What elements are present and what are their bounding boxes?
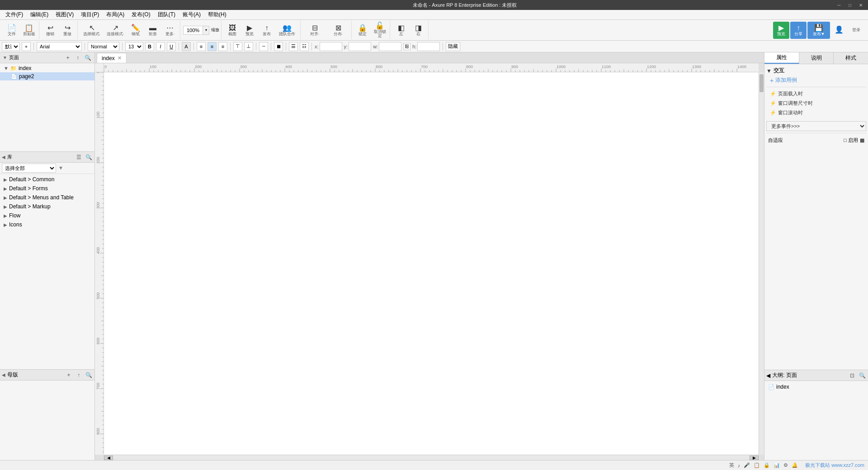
toolbar-preview-right-btn[interactable]: ▶ 预览	[773, 22, 789, 39]
menu-help[interactable]: 帮助(H)	[204, 10, 230, 19]
pages-panel-header[interactable]: ▼ 页面 + ↑ 🔍	[0, 52, 94, 63]
status-icon-bell[interactable]: 🔔	[792, 462, 798, 468]
page-selector[interactable]: 默认	[2, 42, 20, 51]
outline-search-btn[interactable]: 🔍	[858, 371, 866, 380]
valign-top-btn[interactable]: ⊤	[233, 42, 242, 51]
scroll-right-btn[interactable]: ▶	[750, 456, 759, 460]
library-item-2[interactable]: ▶ Default > Menus and Table	[0, 193, 94, 202]
valign-mid-btn[interactable]: ⊥	[244, 42, 253, 51]
toolbar-login-btn[interactable]: 登录	[848, 22, 864, 39]
toolbar-new-btn[interactable]: 📄 文件	[4, 22, 20, 39]
toolbar-clipboard-btn[interactable]: 📋 剪贴板	[21, 22, 37, 39]
toolbar-redo-btn[interactable]: ↪ 重做	[59, 22, 75, 39]
status-icon-en[interactable]: 英	[729, 462, 734, 469]
x-input[interactable]	[320, 42, 342, 51]
library-item-3[interactable]: ▶ Default > Markup	[0, 202, 94, 211]
interaction-item-1[interactable]: ⚡ 窗口调整尺寸时	[766, 99, 866, 108]
horizontal-scrollbar[interactable]: ◀ ▶	[104, 455, 759, 460]
add-interaction-btn[interactable]: + 添加用例	[766, 75, 866, 85]
toolbar-publish-right-btn[interactable]: 💾 发布▼	[807, 22, 830, 39]
page-add-btn[interactable]: +	[22, 42, 31, 51]
more-events-select[interactable]: 更多事件>>>	[766, 121, 866, 131]
toolbar-pen-btn[interactable]: ✏️ 钢笔	[127, 22, 144, 39]
link-proportions-btn[interactable]: ⛓	[403, 43, 410, 50]
masters-search-btn[interactable]: 🔍	[85, 371, 93, 379]
pages-search-btn[interactable]: 🔍	[84, 54, 92, 62]
menu-edit[interactable]: 编辑(E)	[27, 10, 52, 19]
status-icon-gear[interactable]: ⚙	[783, 462, 788, 468]
tab-close-btn[interactable]: ✕	[118, 55, 122, 61]
toolbar-shapes-btn[interactable]: ▬ 矩形	[145, 22, 161, 39]
status-icon-mic[interactable]: 🎤	[744, 462, 750, 468]
interaction-item-2[interactable]: ⚡ 窗口滚动时	[766, 108, 866, 118]
tab-index[interactable]: index ✕	[97, 53, 127, 63]
toolbar-distribute-btn[interactable]: ⊠ 分布·	[327, 22, 349, 39]
menu-file[interactable]: 文件(F)	[2, 10, 27, 19]
status-icon-lock[interactable]: 🔒	[764, 462, 770, 468]
canvas-white[interactable]	[104, 72, 759, 455]
toolbar-more-btn[interactable]: ⋯ 更多·	[162, 22, 178, 39]
numbering-btn[interactable]: ☷	[300, 42, 309, 51]
toolbar-user-icon-btn[interactable]: 👤	[831, 22, 847, 39]
page-item-index[interactable]: ▼ 📁 index	[0, 64, 94, 72]
pages-move-up-btn[interactable]: ↑	[74, 54, 82, 62]
library-item-0[interactable]: ▶ Default > Common	[0, 175, 94, 184]
font-size-select[interactable]: 13	[125, 42, 143, 51]
toolbar-right-panel-btn[interactable]: ◨ 右	[410, 22, 426, 39]
font-color-btn[interactable]: A	[182, 42, 191, 51]
toolbar-screenshot-btn[interactable]: 🖼 截图	[224, 22, 241, 39]
library-search-btn[interactable]: 🔍	[85, 153, 93, 161]
toolbar-align-btn[interactable]: ⊟ 对齐·	[303, 22, 326, 39]
status-icon-chart[interactable]: 📊	[774, 462, 780, 468]
toolbar-share-btn[interactable]: ↑ 发布	[259, 22, 275, 39]
canvas-container[interactable]: ◀ ▶	[95, 63, 764, 460]
zoom-input[interactable]	[183, 26, 203, 35]
underline-btn[interactable]: U	[167, 42, 176, 51]
menu-project[interactable]: 项目(P)	[77, 10, 103, 19]
outline-item-index[interactable]: 📄 index	[768, 383, 864, 391]
line-style-btn[interactable]: ╌	[259, 42, 268, 51]
interaction-item-0[interactable]: ⚡ 页面载入时	[766, 89, 866, 99]
adapt-icon[interactable]: ▦	[860, 137, 864, 143]
bullets-btn[interactable]: ☰	[289, 42, 298, 51]
menu-account[interactable]: 账号(A)	[179, 10, 204, 19]
toolbar-lock-btn[interactable]: 🔒 锁定	[354, 22, 371, 39]
toolbar-preview-btn[interactable]: ▶ 预览	[241, 22, 258, 39]
library-item-4[interactable]: ▶ Flow	[0, 211, 94, 220]
font-style-select[interactable]: Normal	[88, 42, 119, 51]
font-family-select[interactable]: Arial	[37, 42, 82, 51]
masters-move-btn[interactable]: ↑	[75, 371, 83, 379]
library-item-5[interactable]: ▶ Icons	[0, 220, 94, 229]
pages-add-btn[interactable]: +	[64, 54, 72, 62]
h-input[interactable]	[417, 42, 440, 51]
tab-style[interactable]: 样式	[834, 52, 868, 64]
toolbar-unlock-btn[interactable]: 🔓 取消锁定	[372, 22, 388, 39]
status-icon-clipboard[interactable]: 📋	[754, 462, 760, 468]
vertical-scrollbar[interactable]	[759, 72, 764, 455]
align-center-btn[interactable]: ≡	[208, 42, 217, 51]
zoom-dropdown-btn[interactable]: ▾	[203, 26, 209, 35]
toolbar-undo-btn[interactable]: ↩ 撤销	[42, 22, 58, 39]
toolbar-team-btn[interactable]: 👥 团队合作	[276, 22, 298, 39]
library-filter-arrow[interactable]: ▾	[59, 164, 62, 171]
library-filter-select[interactable]: 选择全部	[2, 164, 56, 173]
hide-btn[interactable]: 隐藏	[446, 42, 460, 51]
maximize-button[interactable]: □	[846, 1, 854, 9]
close-button[interactable]: ✕	[857, 1, 864, 9]
masters-add-btn[interactable]: +	[65, 371, 73, 379]
library-item-1[interactable]: ▶ Default > Forms	[0, 184, 94, 193]
italic-btn[interactable]: I	[156, 42, 165, 51]
align-left-btn[interactable]: ≡	[197, 42, 206, 51]
w-input[interactable]	[379, 42, 401, 51]
minimize-button[interactable]: ─	[835, 1, 843, 9]
menu-publish[interactable]: 发布(O)	[128, 10, 154, 19]
menu-team[interactable]: 团队(T)	[154, 10, 179, 19]
y-input[interactable]	[349, 42, 371, 51]
toolbar-upload-btn[interactable]: ↑ 分享	[790, 22, 807, 39]
vertical-scroll-thumb[interactable]	[760, 74, 764, 92]
toolbar-connect-mode-btn[interactable]: ↗ 连接模式·	[104, 22, 127, 39]
fill-color-btn[interactable]: ◼	[274, 42, 283, 51]
tab-properties[interactable]: 属性	[764, 52, 799, 64]
toolbar-left-panel-btn[interactable]: ◧ 左	[393, 22, 409, 39]
page-item-page2[interactable]: 📄 page2	[0, 72, 94, 80]
